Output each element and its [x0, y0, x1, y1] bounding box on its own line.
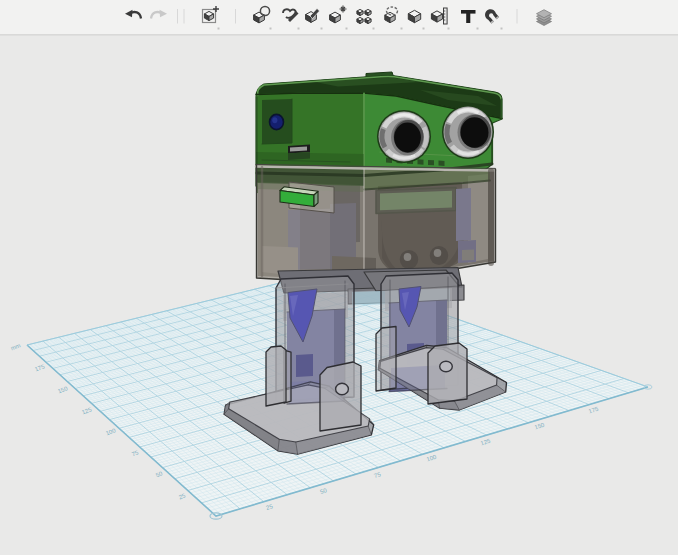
svg-text:175: 175 — [588, 406, 600, 415]
svg-text:50: 50 — [319, 487, 328, 495]
svg-text:25: 25 — [178, 492, 187, 500]
svg-text:125: 125 — [81, 406, 93, 415]
svg-text:175: 175 — [34, 363, 46, 372]
svg-text:75: 75 — [373, 471, 382, 479]
svg-text:125: 125 — [480, 438, 492, 447]
svg-text:150: 150 — [57, 385, 69, 394]
svg-text:100: 100 — [105, 427, 117, 436]
svg-text:75: 75 — [131, 449, 140, 457]
svg-text:mm: mm — [10, 342, 21, 351]
svg-text:100: 100 — [426, 454, 438, 463]
svg-text:25: 25 — [265, 503, 274, 511]
svg-text:50: 50 — [155, 470, 164, 478]
svg-text:150: 150 — [534, 422, 546, 431]
